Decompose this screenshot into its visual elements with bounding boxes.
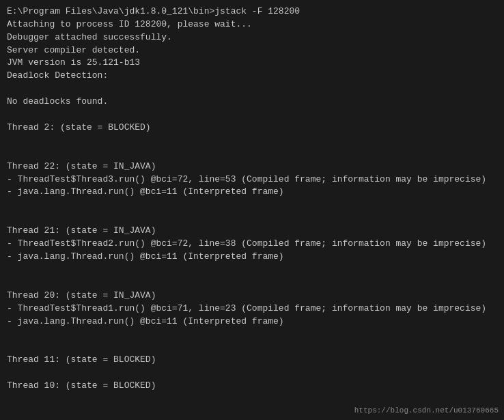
terminal-line: - ThreadTest$Thread2.run() @bci=72, line… [7, 238, 497, 251]
terminal-line: JVM version is 25.121-b13 [7, 57, 497, 70]
terminal-line: - java.lang.Thread.run() @bci=11 (Interp… [7, 316, 497, 328]
terminal-line [7, 264, 497, 277]
terminal-line: E:\Program Files\Java\jdk1.8.0_121\bin>j… [7, 5, 497, 18]
terminal-line: Attaching to process ID 128200, please w… [7, 18, 497, 31]
terminal-line: Server compiler detected. [7, 44, 497, 57]
terminal-line: No deadlocks found. [7, 96, 497, 109]
terminal-line [7, 367, 497, 380]
terminal-line: Thread 21: (state = IN_JAVA) [7, 225, 497, 238]
terminal-line [7, 109, 497, 122]
terminal-line: - ThreadTest$Thread1.run() @bci=71, line… [7, 303, 497, 316]
terminal-line [7, 148, 497, 160]
terminal-line: Debugger attached successfully. [7, 31, 497, 44]
watermark: https://blog.csdn.net/u013760665 [354, 406, 499, 415]
terminal-output: E:\Program Files\Java\jdk1.8.0_121\bin>j… [7, 5, 497, 420]
terminal-line [7, 83, 497, 96]
terminal-line: Thread 2: (state = BLOCKED) [7, 122, 497, 135]
terminal-line [7, 135, 497, 148]
terminal-line [7, 393, 497, 406]
terminal-line: - ThreadTest$Thread3.run() @bci=72, line… [7, 173, 497, 186]
terminal-line: Thread 20: (state = IN_JAVA) [7, 290, 497, 303]
terminal-line [7, 277, 497, 290]
terminal-line [7, 212, 497, 225]
terminal-line [7, 199, 497, 212]
terminal-line [7, 328, 497, 341]
terminal-line: Thread 11: (state = BLOCKED) [7, 354, 497, 367]
terminal-window: E:\Program Files\Java\jdk1.8.0_121\bin>j… [0, 0, 504, 420]
terminal-line: Thread 22: (state = IN_JAVA) [7, 160, 497, 173]
terminal-line: Deadlock Detection: [7, 70, 497, 83]
terminal-line: - java.lang.Thread.run() @bci=11 (Interp… [7, 251, 497, 264]
terminal-line: Thread 10: (state = BLOCKED) [7, 380, 497, 393]
terminal-line: - java.lang.Thread.run() @bci=11 (Interp… [7, 186, 497, 199]
terminal-line [7, 341, 497, 354]
